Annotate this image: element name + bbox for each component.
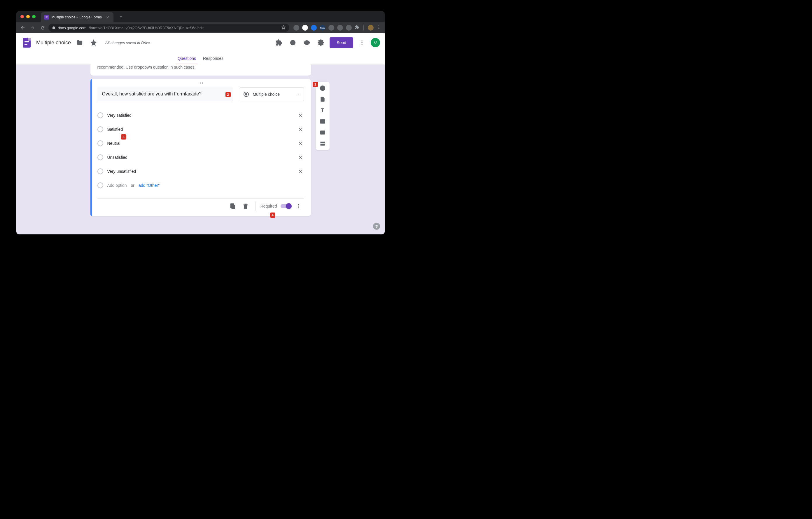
svg-point-7 bbox=[291, 42, 292, 43]
svg-point-27 bbox=[321, 120, 322, 121]
svg-point-10 bbox=[306, 42, 308, 44]
svg-point-5 bbox=[379, 28, 379, 29]
svg-point-17 bbox=[202, 82, 202, 83]
remove-option-button[interactable] bbox=[297, 126, 304, 133]
extension-icon[interactable] bbox=[337, 25, 343, 31]
tab-questions[interactable]: Questions bbox=[178, 52, 196, 64]
duplicate-button[interactable] bbox=[228, 201, 238, 211]
forms-header: Multiple choice All changes saved in Dri… bbox=[16, 33, 385, 52]
remove-option-button[interactable] bbox=[297, 154, 304, 161]
browser-window: Multiple choice - Google Forms docs.goog… bbox=[16, 11, 385, 235]
extension-icon[interactable] bbox=[328, 25, 334, 31]
send-button[interactable]: Send bbox=[329, 37, 353, 48]
profile-avatar-icon[interactable] bbox=[368, 25, 374, 31]
close-window-button[interactable] bbox=[21, 15, 24, 18]
svg-point-3 bbox=[379, 25, 379, 26]
option-label-input[interactable]: Unsatisfied bbox=[107, 155, 293, 160]
address-bar[interactable]: docs.google.com/forms/d/1eO3LXima_v0nj2O… bbox=[49, 24, 289, 32]
option-label-input[interactable]: Satisfied bbox=[107, 127, 293, 132]
extensions-menu-icon[interactable] bbox=[355, 25, 359, 31]
option-label-input[interactable]: Very unsatisfied bbox=[107, 169, 293, 174]
question-type-dropdown[interactable]: Multiple choice bbox=[240, 87, 304, 101]
url-path: /forms/d/1eO3LXima_v0nj2O5vPB-h0lUs9R3F5… bbox=[89, 26, 204, 30]
browser-tab[interactable]: Multiple choice - Google Forms bbox=[41, 12, 113, 22]
add-video-button[interactable] bbox=[317, 128, 328, 137]
close-tab-button[interactable] bbox=[105, 15, 110, 20]
svg-point-19 bbox=[200, 83, 201, 84]
import-questions-button[interactable] bbox=[317, 94, 328, 104]
add-section-button[interactable] bbox=[317, 139, 328, 148]
drag-handle-icon[interactable] bbox=[97, 81, 304, 86]
chrome-menu-icon[interactable] bbox=[377, 25, 381, 31]
svg-point-12 bbox=[361, 40, 362, 42]
help-button[interactable]: ? bbox=[373, 223, 380, 230]
tab-responses[interactable]: Responses bbox=[203, 52, 224, 64]
extension-icon[interactable] bbox=[346, 25, 352, 31]
option-label-input[interactable]: Very satisfied bbox=[107, 113, 293, 118]
star-button[interactable] bbox=[88, 37, 99, 48]
svg-point-13 bbox=[361, 42, 362, 43]
option-row: Satisfied bbox=[97, 122, 304, 136]
extension-icon[interactable]: NEW bbox=[320, 25, 325, 31]
add-other-button[interactable]: add "Other" bbox=[139, 183, 160, 188]
reload-button[interactable] bbox=[38, 24, 47, 32]
option-row: Very satisfied bbox=[97, 108, 304, 122]
account-avatar[interactable]: V bbox=[371, 38, 380, 47]
radio-icon bbox=[97, 155, 103, 160]
move-to-folder-button[interactable] bbox=[75, 37, 85, 48]
svg-rect-30 bbox=[321, 144, 324, 145]
option-label-input[interactable]: Neutral bbox=[107, 141, 293, 146]
question-more-button[interactable] bbox=[293, 201, 304, 211]
radio-icon bbox=[97, 127, 103, 132]
radio-icon bbox=[97, 140, 103, 146]
preview-button[interactable] bbox=[301, 37, 312, 48]
save-status: All changes saved in Drive bbox=[105, 40, 150, 45]
minimize-window-button[interactable] bbox=[26, 15, 30, 18]
customize-theme-button[interactable] bbox=[288, 37, 298, 48]
addons-button[interactable] bbox=[273, 37, 284, 48]
question-type-label: Multiple choice bbox=[253, 92, 280, 97]
window-controls bbox=[21, 15, 36, 18]
annotation-badge-4: 4 bbox=[270, 213, 276, 218]
browser-tab-title: Multiple choice - Google Forms bbox=[51, 15, 102, 19]
back-button[interactable] bbox=[19, 24, 27, 32]
more-button[interactable] bbox=[357, 37, 367, 48]
remove-option-button[interactable] bbox=[297, 112, 304, 119]
svg-point-16 bbox=[200, 82, 201, 83]
forward-button[interactable] bbox=[29, 24, 37, 32]
delete-button[interactable] bbox=[240, 201, 251, 211]
question-footer: Required bbox=[97, 198, 304, 211]
lock-icon bbox=[52, 26, 55, 29]
required-toggle[interactable] bbox=[281, 204, 291, 208]
settings-button[interactable] bbox=[316, 37, 326, 48]
extension-icon[interactable] bbox=[293, 25, 299, 31]
svg-point-15 bbox=[198, 82, 199, 83]
description-card: recommended. Use dropdown question in su… bbox=[90, 64, 311, 76]
annotation-badge-1: 1 bbox=[313, 82, 318, 87]
extension-icon[interactable] bbox=[302, 25, 308, 31]
chevron-down-icon bbox=[297, 92, 300, 97]
radio-icon bbox=[97, 168, 103, 174]
send-button-label: Send bbox=[337, 40, 346, 45]
url-bar: docs.google.com/forms/d/1eO3LXima_v0nj2O… bbox=[16, 22, 385, 33]
add-question-button[interactable] bbox=[317, 83, 328, 93]
forms-logo-icon[interactable] bbox=[21, 37, 33, 49]
bookmark-star-icon[interactable] bbox=[281, 25, 286, 31]
remove-option-button[interactable] bbox=[297, 140, 304, 147]
add-image-button[interactable] bbox=[317, 117, 328, 126]
forms-favicon-icon bbox=[44, 15, 49, 20]
question-title-input[interactable]: Overall, how satisfied are you with Form… bbox=[97, 87, 233, 101]
maximize-window-button[interactable] bbox=[32, 15, 36, 18]
question-card[interactable]: Overall, how satisfied are you with Form… bbox=[90, 79, 311, 216]
description-text: recommended. Use dropdown question in su… bbox=[97, 64, 304, 70]
remove-option-button[interactable] bbox=[297, 168, 304, 175]
svg-point-4 bbox=[379, 27, 379, 28]
radio-icon bbox=[97, 183, 103, 188]
new-tab-button[interactable] bbox=[117, 12, 125, 21]
add-option-button[interactable]: Add option bbox=[107, 183, 127, 188]
add-title-button[interactable] bbox=[317, 106, 328, 115]
svg-point-23 bbox=[298, 206, 299, 207]
extension-icon[interactable] bbox=[311, 25, 317, 31]
document-title[interactable]: Multiple choice bbox=[36, 40, 71, 46]
svg-point-14 bbox=[361, 44, 362, 45]
